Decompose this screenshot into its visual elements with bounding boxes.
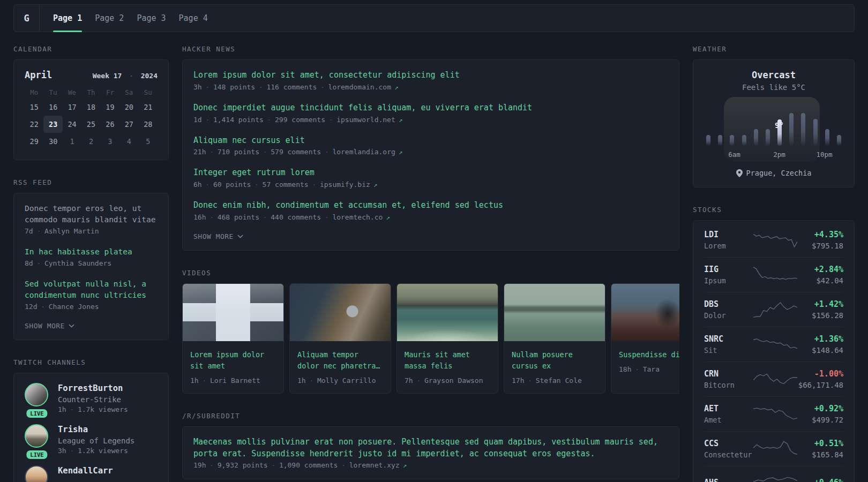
weather-widget: WEATHER Overcast Feels like 5°C 9° 6am2p… [693,45,855,187]
stock-price: $156.28 [797,311,843,320]
separator-dot: · [209,148,213,156]
hn-item-title[interactable]: Lorem ipsum dolor sit amet, consectetur … [193,70,668,81]
tab-page-2[interactable]: Page 2 [88,5,130,32]
twitch-channel-row[interactable]: LIVE ForrestBurton Counter-Strike 1h · 1… [25,383,158,413]
separator-dot: · [129,72,133,80]
section-label-rss: RSS FEED [13,178,169,186]
calendar-weekday: Fr [101,86,119,99]
stock-sparkline [753,404,797,424]
video-card[interactable]: Suspendisse diam 18h · Tara [611,283,679,394]
hn-item-comments[interactable]: 116 comments [266,83,317,91]
reddit-post-domain[interactable]: loremnet.xyz [349,461,400,469]
separator-dot: · [203,377,206,385]
hn-item-domain[interactable]: loremtech.co [332,213,383,221]
video-card[interactable]: Nullam posuere cursus ex 17h · Stefan Co… [504,283,605,394]
hacker-news-widget: HACKER NEWS Lorem ipsum dolor sit amet, … [182,45,679,251]
hn-item-comments[interactable]: 440 comments [271,213,321,221]
rss-item-title[interactable]: Sed volutpat nulla nisl, a condimentum n… [25,278,158,301]
stock-row[interactable]: LDI Lorem +4.35% $795.18 [704,223,843,257]
video-meta: 1h · Molly Carrillo [297,376,383,385]
hn-item: Aliquam nec cursus elit 21h · 710 points… [193,135,668,156]
weather-bars [706,113,841,146]
subreddit-widget: /R/SUBREDDIT Maecenas mollis pulvinar er… [182,412,679,480]
twitch-channel-name: ForrestBurton [58,383,128,394]
hn-item-domain[interactable]: loremdomain.com [328,83,391,91]
tab-page-3[interactable]: Page 3 [130,5,172,32]
hn-item-domain[interactable]: ipsumify.biz [320,180,370,189]
tab-page-4[interactable]: Page 4 [173,5,214,32]
video-card[interactable]: Lorem ipsum dolor sit amet consectetu… 1… [182,283,284,394]
twitch-channel-category: League of Legends [58,436,134,445]
hn-item-meta: 21h · 710 points · 579 comments · loreml… [193,148,668,156]
weather-bar [825,129,829,146]
hn-show-more-button[interactable]: SHOW MORE [193,232,668,240]
twitch-channel-row[interactable]: KendallCarr [25,465,158,482]
stock-row[interactable]: IIG Ipsum +2.84% $42.04 [704,257,843,292]
separator-dot: · [41,303,44,311]
video-title: Suspendisse diam [619,349,679,360]
hn-item-comments[interactable]: 579 comments [271,148,321,156]
stock-sparkline [753,473,797,482]
current-temperature: 9° [775,121,784,130]
hn-item-meta: 1d · 1,414 points · 299 comments · ipsum… [193,116,668,124]
rss-item-title[interactable]: Donec tempor eros leo, ut commodo mauris… [25,203,158,225]
hn-item-comments[interactable]: 57 comments [263,180,309,189]
external-link-icon: ↗ [373,180,378,189]
twitch-channel-row[interactable]: LIVE Trisha League of Legends 3h · 1.2k … [25,424,158,455]
video-title: Aliquam tempor dolor nec pharetra… [297,349,383,372]
video-thumbnail [397,284,498,341]
weather-bar [754,129,758,146]
location-pin-icon [736,169,743,177]
separator-dot: · [255,181,258,189]
reddit-post: Maecenas mollis pulvinar erat non posuer… [193,436,668,470]
hn-item-title[interactable]: Aliquam nec cursus elit [193,135,668,147]
hn-item-comments[interactable]: 299 comments [275,116,325,124]
videos-row: Lorem ipsum dolor sit amet consectetu… 1… [182,283,679,394]
video-meta: 7h · Grayson Dawson [405,376,490,385]
stock-row[interactable]: CRN Bitcorn -1.00% $66,171.48 [704,362,843,396]
hn-item-domain[interactable]: loremlandia.org [332,148,395,156]
separator-dot: · [209,462,213,469]
reddit-post-comments[interactable]: 1,090 comments [279,461,338,469]
hn-item-points: 1,414 points [213,116,264,124]
calendar-widget: CALENDAR April Week 17 · 2024 MoTuWeThFr… [13,45,169,160]
tab-page-1[interactable]: Page 1 [47,5,88,32]
separator-dot: · [259,84,263,91]
stock-row[interactable]: CCS Consectetur +0.51% $165.84 [704,431,843,466]
twitch-widget: TWITCH CHANNELS LIVE ForrestBurton Count… [13,358,169,482]
rss-card: Donec tempor eros leo, ut commodo mauris… [13,193,169,340]
hn-item-title[interactable]: Integer eget rutrum lorem [193,167,668,179]
show-more-label: SHOW MORE [25,322,65,330]
weather-hour-labels: 6am2pm10pm [706,150,841,159]
external-link-icon: ↗ [399,148,403,156]
hn-item-title[interactable]: Donec imperdiet augue tincidunt felis al… [193,102,668,114]
calendar-week-year: Week 17 · 2024 [93,72,158,80]
reddit-post-points: 9,932 points [218,461,268,469]
hn-item-title[interactable]: Donec enim nibh, condimentum et accumsan… [193,200,668,212]
app-logo[interactable]: G [14,5,40,32]
stock-sparkline [753,265,797,285]
stock-row[interactable]: AET Amet +0.92% $499.72 [704,396,843,431]
rss-item: Donec tempor eros leo, ut commodo mauris… [25,203,158,235]
twitch-avatar [25,383,48,406]
twitch-uptime: 1h [58,405,66,413]
stock-row[interactable]: AHS +0.46% [704,466,843,482]
weather-bar [706,135,710,146]
twitch-avatar [25,465,48,482]
video-card[interactable]: Aliquam tempor dolor nec pharetra… 1h · … [289,283,391,394]
videos-widget: VIDEOS Lorem ipsum dolor sit amet consec… [182,269,679,394]
video-time: 1h [297,376,306,385]
stock-name: Lorem [704,242,753,250]
stock-row[interactable]: SNRC Sit +1.36% $148.64 [704,327,843,362]
weather-location: Prague, Czechia [704,169,843,177]
twitch-viewers: 1.7k viewers [78,405,128,413]
video-time: 7h [405,376,413,385]
weather-location-text: Prague, Czechia [746,169,812,177]
rss-item-title[interactable]: In hac habitasse platea [25,246,158,258]
rss-show-more-button[interactable]: SHOW MORE [25,322,158,330]
stock-row[interactable]: DBS Dolor +1.42% $156.28 [704,292,843,327]
rss-item-author: Ashlyn Martin [44,227,99,235]
hn-item-domain[interactable]: ipsumworld.net [336,116,395,124]
video-card[interactable]: Mauris sit amet massa felis 7h · Grayson… [396,283,498,394]
reddit-post-title[interactable]: Maecenas mollis pulvinar erat non posuer… [193,436,668,460]
